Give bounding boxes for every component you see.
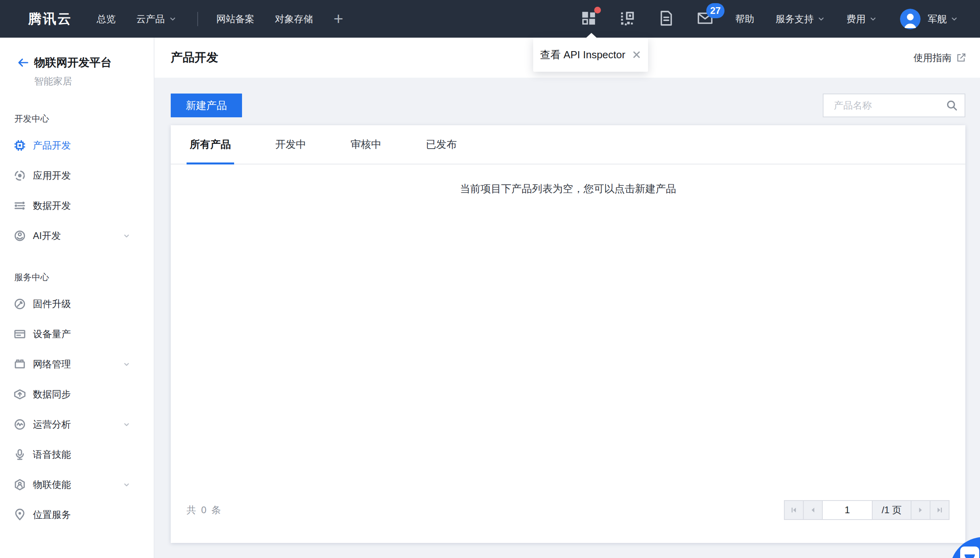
section-label: 开发中心 bbox=[14, 113, 154, 125]
sidebar: 物联网开发平台 智能家居 开发中心产品开发应用开发数据开发AI开发服务中心固件升… bbox=[0, 38, 154, 558]
first-page-button[interactable] bbox=[784, 500, 804, 520]
avatar bbox=[900, 9, 921, 29]
sidebar-item[interactable]: 数据开发 bbox=[0, 191, 154, 221]
ai-icon bbox=[13, 229, 26, 242]
nav-item-label: 对象存储 bbox=[275, 13, 313, 25]
main-area: 产品开发 使用指南 新建产品 所有产品开发中审核中已发布 当前项目下产品列表为空… bbox=[154, 38, 980, 558]
external-link-icon bbox=[956, 52, 967, 63]
usage-guide-label: 使用指南 bbox=[913, 52, 951, 64]
toolbar: 新建产品 bbox=[171, 94, 965, 117]
page-total-label: /1 页 bbox=[872, 500, 911, 520]
nav-item-0[interactable]: 总览 bbox=[97, 13, 116, 25]
data-icon bbox=[13, 199, 26, 212]
network-icon bbox=[13, 358, 26, 371]
mail-icon[interactable]: 27 bbox=[696, 10, 714, 29]
app-icon bbox=[13, 169, 26, 182]
sidebar-item[interactable]: 数据同步 bbox=[0, 379, 154, 409]
sidebar-item[interactable]: 网络管理 bbox=[0, 349, 154, 379]
prev-page-button[interactable] bbox=[803, 500, 823, 520]
sidebar-item-label: 语音技能 bbox=[33, 448, 71, 461]
last-page-button[interactable] bbox=[930, 500, 949, 520]
sidebar-item-label: 网络管理 bbox=[33, 358, 71, 371]
nav-divider bbox=[197, 12, 198, 26]
sidebar-item[interactable]: AI开发 bbox=[0, 221, 154, 251]
sidebar-item-label: 物联使能 bbox=[33, 478, 71, 491]
chevron-down-icon bbox=[817, 15, 825, 23]
nav-item-label: 总览 bbox=[97, 13, 116, 25]
product-tabs: 所有产品开发中审核中已发布 bbox=[171, 125, 965, 164]
production-icon bbox=[13, 328, 26, 340]
sidebar-item[interactable]: 应用开发 bbox=[0, 161, 154, 191]
api-inspector-tooltip: 查看 API Inspector bbox=[533, 38, 648, 72]
sync-icon bbox=[13, 388, 26, 401]
nav-item-label: 网站备案 bbox=[216, 13, 254, 25]
chevron-down-icon bbox=[120, 358, 133, 371]
tab-3[interactable]: 已发布 bbox=[423, 125, 460, 164]
content-area: 新建产品 所有产品开发中审核中已发布 当前项目下产品列表为空，您可以点击新建产品… bbox=[154, 78, 980, 558]
empty-state-text: 当前项目下产品列表为空，您可以点击新建产品 bbox=[171, 182, 965, 196]
next-page-button[interactable] bbox=[911, 500, 930, 520]
nav-item-1[interactable]: 云产品 bbox=[136, 13, 177, 25]
tab-2[interactable]: 审核中 bbox=[347, 125, 385, 164]
sidebar-item[interactable]: 语音技能 bbox=[0, 440, 154, 470]
add-tab-button[interactable]: + bbox=[334, 10, 343, 29]
chevron-down-icon bbox=[169, 15, 177, 23]
close-icon[interactable] bbox=[632, 50, 641, 59]
nav-link-1[interactable]: 服务支持 bbox=[776, 13, 825, 25]
nav-link-label: 服务支持 bbox=[776, 13, 814, 25]
sidebar-item-label: 位置服务 bbox=[33, 508, 71, 521]
chevron-down-icon bbox=[869, 15, 877, 23]
username: 军舰 bbox=[928, 13, 947, 25]
nav-item-label: 云产品 bbox=[136, 13, 165, 25]
sidebar-item-label: 数据同步 bbox=[33, 388, 71, 401]
tooltip-text: 查看 API Inspector bbox=[540, 48, 625, 62]
sidebar-item[interactable]: 物联使能 bbox=[0, 470, 154, 500]
top-navbar: 腾讯云 总览云产品网站备案对象存储+ 27帮助服务支持费用军舰 bbox=[0, 0, 980, 38]
product-list-card: 所有产品开发中审核中已发布 当前项目下产品列表为空，您可以点击新建产品 共 0 … bbox=[171, 125, 965, 543]
nav-link-0[interactable]: 帮助 bbox=[735, 13, 754, 25]
tab-1[interactable]: 开发中 bbox=[272, 125, 309, 164]
notification-dot bbox=[594, 7, 601, 13]
chevron-down-icon bbox=[950, 15, 958, 23]
sidebar-item[interactable]: 产品开发 bbox=[0, 130, 154, 161]
sidebar-item-label: 数据开发 bbox=[33, 199, 71, 212]
sidebar-item[interactable]: 固件升级 bbox=[0, 289, 154, 319]
back-arrow-icon[interactable] bbox=[17, 56, 29, 69]
product-search-box bbox=[823, 94, 965, 117]
sidebar-item[interactable]: 位置服务 bbox=[0, 500, 154, 530]
console-grid-icon[interactable] bbox=[580, 10, 597, 29]
document-icon[interactable] bbox=[658, 10, 675, 29]
page-number-input[interactable] bbox=[823, 504, 872, 516]
chevron-down-icon bbox=[120, 418, 133, 431]
voice-icon bbox=[13, 448, 26, 461]
chevron-down-icon bbox=[120, 478, 133, 491]
chevron-down-icon bbox=[120, 229, 133, 242]
user-menu[interactable]: 军舰 bbox=[900, 9, 958, 29]
usage-guide-link[interactable]: 使用指南 bbox=[913, 52, 967, 64]
brand-name[interactable]: 腾讯云 bbox=[28, 10, 72, 28]
qr-code-icon[interactable] bbox=[619, 10, 636, 29]
project-name[interactable]: 智能家居 bbox=[34, 75, 154, 88]
search-input[interactable] bbox=[833, 99, 946, 111]
nav-item-label: + bbox=[334, 10, 343, 29]
card-footer: 共 0 条 /1 页 bbox=[171, 500, 965, 543]
sidebar-item-label: 应用开发 bbox=[33, 169, 71, 182]
nav-link-label: 费用 bbox=[847, 13, 866, 25]
navbar-right: 27帮助服务支持费用军舰 bbox=[559, 9, 958, 29]
sidebar-item-label: 产品开发 bbox=[33, 139, 71, 152]
primary-nav: 总览云产品网站备案对象存储+ bbox=[97, 10, 343, 29]
sidebar-item[interactable]: 运营分析 bbox=[0, 409, 154, 440]
nav-link-2[interactable]: 费用 bbox=[847, 13, 877, 25]
search-icon[interactable] bbox=[946, 99, 958, 112]
new-product-button[interactable]: 新建产品 bbox=[171, 94, 242, 117]
nav-item-3[interactable]: 网站备案 bbox=[216, 13, 254, 25]
nav-item-4[interactable]: 对象存储 bbox=[275, 13, 313, 25]
chat-icon bbox=[960, 547, 979, 558]
message-count-badge: 27 bbox=[706, 3, 725, 18]
sidebar-item[interactable]: 设备量产 bbox=[0, 319, 154, 349]
section-label: 服务中心 bbox=[14, 271, 154, 283]
sidebar-item-label: 运营分析 bbox=[33, 418, 71, 431]
page-title: 产品开发 bbox=[171, 50, 218, 66]
sidebar-item-label: 设备量产 bbox=[33, 328, 71, 340]
tab-0[interactable]: 所有产品 bbox=[187, 125, 234, 164]
